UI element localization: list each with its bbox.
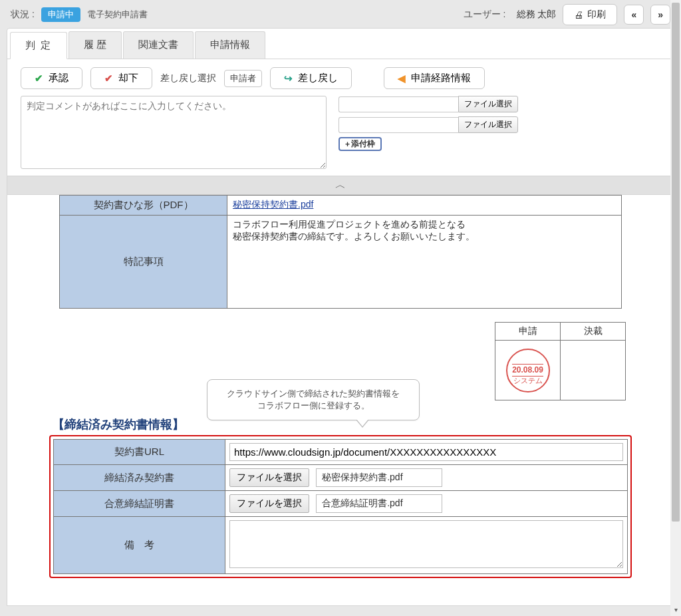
concluded-contract-table: 契約書URL 締結済み契約書 ファイルを選択 秘密保持契約書.pdf 合意締結証…	[53, 439, 628, 574]
scroll-down-button[interactable]: ▾	[670, 605, 681, 616]
print-button[interactable]: 🖨 印刷	[563, 4, 617, 25]
table-row: 備 考	[54, 517, 628, 574]
stamp-decide-header: 決裁	[561, 323, 626, 341]
callout-line-2: コラボフロー側に登録する。	[217, 400, 410, 412]
attachment-row-1: ファイル選択	[339, 96, 518, 112]
agreement-cert-label: 合意締結証明書	[54, 491, 225, 517]
template-pdf-label: 契約書ひな形（PDF）	[60, 196, 227, 216]
table-row: 契約書ひな形（PDF） 秘密保持契約書.pdf	[60, 196, 622, 216]
tab-history[interactable]: 履 歴	[68, 31, 122, 59]
scrollbar-thumb[interactable]	[672, 3, 680, 522]
concluded-contract-frame: 契約書URL 締結済み契約書 ファイルを選択 秘密保持契約書.pdf 合意締結証…	[49, 435, 632, 578]
tab-bar: 判 定 履 歴 関連文書 申請情報	[7, 29, 674, 59]
contract-url-label: 契約書URL	[54, 440, 225, 465]
stamp-apply-cell: 20.08.09 システム	[495, 341, 561, 400]
reject-label: 却下	[118, 72, 138, 84]
notes-line-1: コラボフロー利用促進プロジェクトを進める前提となる	[233, 219, 616, 231]
table-row: 合意締結証明書 ファイルを選択 合意締結証明書.pdf	[54, 491, 628, 517]
return-select-label: 差し戻し選択	[160, 73, 216, 84]
judgement-panel: 判 定 履 歴 関連文書 申請情報 ✔ 承認 ✔ 却下 差し戻し選択 申請者 ↪…	[7, 28, 674, 176]
contract-url-input[interactable]	[229, 443, 623, 461]
callout-line-1: クラウドサイン側で締結された契約書情報を	[217, 388, 410, 400]
user-name: 総務 太郎	[517, 9, 557, 21]
stamp-apply-header: 申請	[495, 323, 561, 341]
remarks-label: 備 考	[54, 517, 225, 574]
tab-app-info[interactable]: 申請情報	[195, 31, 265, 59]
signed-contract-label: 締結済み契約書	[54, 465, 225, 491]
chevron-up-icon: ︿	[335, 179, 346, 190]
status-label: 状況 :	[11, 9, 35, 21]
tooltip-callout: クラウドサイン側で締結された契約書情報を コラボフロー側に登録する。	[207, 379, 420, 420]
add-attach-label: 添付枠	[351, 138, 375, 150]
attachment-row-2: ファイル選択	[339, 116, 518, 133]
agreement-cert-file-button[interactable]: ファイルを選択	[229, 494, 309, 513]
check-red-icon: ✔	[104, 73, 113, 84]
next-button[interactable]: »	[650, 5, 670, 25]
remarks-textarea[interactable]	[229, 520, 623, 568]
file-select-button-1[interactable]: ファイル選択	[458, 96, 518, 112]
approval-stamp-table: 申請 決裁 20.08.09 システム	[495, 322, 626, 400]
printer-icon: 🖨	[574, 9, 583, 20]
stamp-decide-cell	[561, 341, 626, 400]
agreement-cert-file-name: 合意締結証明書.pdf	[316, 494, 442, 513]
signed-contract-file-name: 秘密保持契約書.pdf	[316, 468, 442, 487]
status-badge: 申請中	[41, 7, 80, 22]
hanko-stamp: 20.08.09 システム	[506, 349, 550, 392]
notes-line-2: 秘密保持契約書の締結です。よろしくお願いいたします。	[233, 231, 616, 243]
panel-collapse-toggle[interactable]: ︿	[7, 176, 674, 195]
route-icon: ◀	[398, 73, 406, 84]
judgement-comment-input[interactable]	[21, 96, 327, 169]
action-row: ✔ 承認 ✔ 却下 差し戻し選択 申請者 ↪ 差し戻し ◀ 申請経路情報	[7, 59, 674, 93]
add-attachment-slot-button[interactable]: +添付枠	[339, 137, 382, 151]
return-target-chip[interactable]: 申請者	[224, 70, 262, 87]
special-notes-value: コラボフロー利用促進プロジェクトを進める前提となる 秘密保持契約書の締結です。よ…	[227, 216, 622, 309]
user-label: ユーザー :	[464, 9, 506, 21]
route-info-label: 申請経路情報	[411, 72, 471, 84]
attachment-column: ファイル選択 ファイル選択 +添付枠	[339, 96, 518, 169]
table-row: 特記事項 コラボフロー利用促進プロジェクトを進める前提となる 秘密保持契約書の締…	[60, 216, 622, 309]
attachment-name-2	[339, 117, 458, 133]
check-icon: ✔	[35, 73, 43, 84]
document-type: 電子契約申請書	[87, 9, 148, 21]
template-pdf-link[interactable]: 秘密保持契約書.pdf	[233, 199, 313, 210]
document-body-scroll[interactable]: 契約書ひな形（PDF） 秘密保持契約書.pdf 特記事項 コラボフロー利用促進プ…	[7, 195, 674, 606]
stamp-date: 20.08.09	[512, 364, 543, 377]
stamp-name: システム	[513, 377, 543, 386]
tab-judge[interactable]: 判 定	[10, 32, 67, 59]
reject-button[interactable]: ✔ 却下	[90, 67, 152, 89]
approve-button[interactable]: ✔ 承認	[21, 67, 82, 89]
tab-related-docs[interactable]: 関連文書	[123, 31, 194, 59]
signed-contract-file-button[interactable]: ファイルを選択	[229, 468, 309, 487]
route-info-button[interactable]: ◀ 申請経路情報	[384, 67, 485, 89]
prev-button[interactable]: «	[624, 5, 644, 25]
outer-scrollbar[interactable]: ▾	[670, 0, 681, 616]
file-select-button-2[interactable]: ファイル選択	[458, 116, 518, 133]
application-detail-table: 契約書ひな形（PDF） 秘密保持契約書.pdf 特記事項 コラボフロー利用促進プ…	[59, 195, 622, 309]
attachment-name-1	[339, 96, 458, 112]
header-bar: 状況 : 申請中 電子契約申請書 ユーザー : 総務 太郎 🖨 印刷 « »	[0, 0, 681, 28]
table-row: 締結済み契約書 ファイルを選択 秘密保持契約書.pdf	[54, 465, 628, 491]
print-label: 印刷	[587, 9, 606, 21]
plus-icon: +	[345, 140, 350, 149]
return-button-label: 差し戻し	[298, 72, 338, 84]
return-icon: ↪	[284, 73, 293, 84]
special-notes-label: 特記事項	[60, 216, 227, 309]
approve-label: 承認	[49, 72, 68, 84]
table-row: 契約書URL	[54, 440, 628, 465]
return-button[interactable]: ↪ 差し戻し	[270, 67, 352, 89]
